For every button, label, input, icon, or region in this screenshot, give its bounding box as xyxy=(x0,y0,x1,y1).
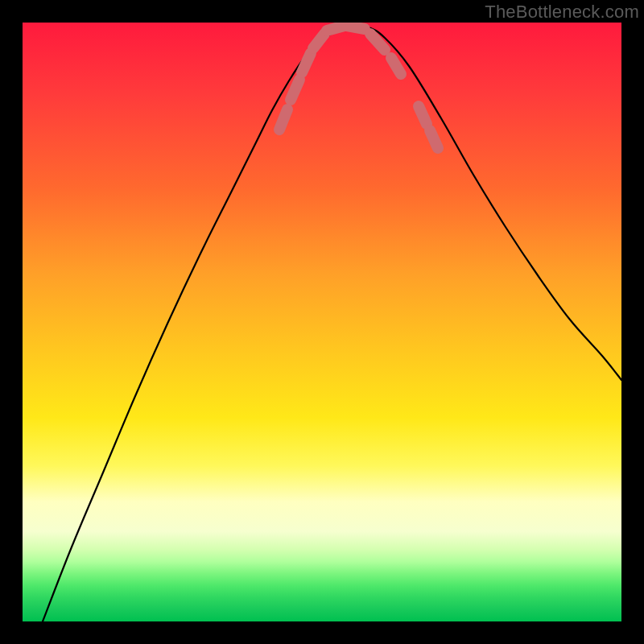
marker-left-4 xyxy=(313,34,324,48)
marker-right-top xyxy=(430,130,438,148)
marker-right-2 xyxy=(419,106,427,124)
marker-left-3 xyxy=(302,53,311,72)
marker-right-3 xyxy=(391,58,401,74)
watermark-text: TheBottleneck.com xyxy=(485,2,639,23)
chart-markers xyxy=(279,26,438,148)
chart-svg xyxy=(23,23,621,621)
marker-left-2 xyxy=(291,80,299,100)
chart-curve xyxy=(43,26,621,621)
chart-plot-area xyxy=(23,23,621,621)
marker-bottom-2 xyxy=(347,26,365,29)
marker-left-top xyxy=(279,109,287,130)
chart-frame: TheBottleneck.com xyxy=(0,0,644,644)
